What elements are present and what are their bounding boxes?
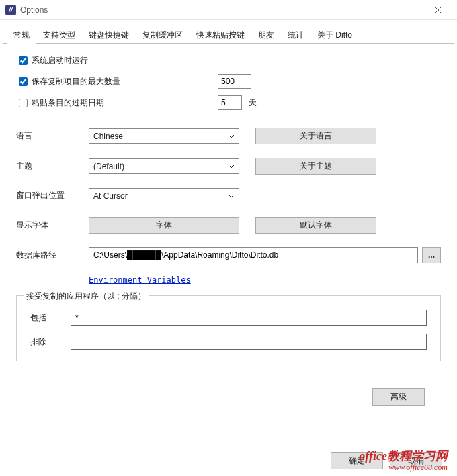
include-field[interactable] (71, 310, 427, 326)
tab-strip: 常规 支持类型 键盘快捷键 复制缓冲区 快速粘贴按键 朋友 统计 关于 Ditt… (3, 23, 454, 44)
popup-value: At Cursor (93, 191, 128, 201)
ok-button[interactable]: 确定 (331, 452, 383, 469)
db-browse-button[interactable]: ... (422, 247, 441, 263)
max-copies-checkbox[interactable]: 保存复制项目的最大数量 (16, 75, 218, 88)
language-label: 语言 (16, 130, 89, 142)
run-on-startup-label: 系统启动时运行 (32, 55, 88, 66)
titlebar: // Options (0, 0, 457, 20)
tab-friends[interactable]: 朋友 (251, 26, 281, 43)
tab-quick-paste[interactable]: 快速粘贴按键 (190, 26, 251, 43)
expire-days-field[interactable] (218, 95, 242, 110)
exclude-field[interactable] (71, 334, 427, 350)
theme-label: 主题 (16, 160, 89, 172)
tab-copy-buffers[interactable]: 复制缓冲区 (136, 26, 190, 43)
chevron-down-icon (228, 163, 235, 170)
tab-keyboard-shortcuts[interactable]: 键盘快捷键 (82, 26, 136, 43)
language-select[interactable]: Chinese (89, 128, 239, 144)
db-path-field[interactable] (89, 247, 418, 263)
include-label: 包括 (30, 312, 71, 324)
dialog-buttons: 确定 取消 (324, 452, 442, 469)
apps-group-title: 接受复制的应用程序（以 ; 分隔） (24, 291, 149, 302)
db-path-label: 数据库路径 (16, 250, 89, 261)
chevron-down-icon (228, 133, 235, 140)
advanced-button[interactable]: 高级 (372, 388, 425, 406)
tab-content-general: 系统启动时运行 保存复制项目的最大数量 粘贴条目的过期日期 天 语言 Chine… (0, 44, 457, 411)
close-button[interactable] (425, 1, 452, 19)
chevron-down-icon (228, 193, 235, 199)
exclude-label: 排除 (30, 336, 71, 348)
run-on-startup-checkbox[interactable]: 系统启动时运行 (16, 54, 88, 67)
window-title: Options (20, 5, 48, 15)
cancel-button[interactable]: 取消 (390, 452, 442, 469)
language-value: Chinese (93, 132, 123, 141)
tab-general[interactable]: 常规 (7, 26, 36, 44)
popup-select[interactable]: At Cursor (89, 188, 239, 203)
about-theme-button[interactable]: 关于主题 (255, 158, 376, 175)
theme-value: (Default) (93, 162, 124, 171)
apps-groupbox: 接受复制的应用程序（以 ; 分隔） 包括 排除 (16, 295, 441, 361)
expire-checkbox[interactable]: 粘贴条目的过期日期 (16, 97, 218, 109)
expire-label: 粘贴条目的过期日期 (32, 97, 104, 109)
close-icon (435, 7, 442, 13)
max-copies-input[interactable] (19, 77, 28, 86)
max-copies-field[interactable] (218, 74, 251, 89)
expire-input[interactable] (19, 99, 28, 107)
theme-select[interactable]: (Default) (89, 158, 239, 174)
expire-unit: 天 (249, 97, 257, 109)
popup-label: 窗口弹出位置 (16, 190, 89, 201)
environment-variables-link[interactable]: Environment Variables (89, 275, 191, 285)
max-copies-label: 保存复制项目的最大数量 (32, 76, 120, 87)
app-icon: // (5, 5, 16, 15)
about-language-button[interactable]: 关于语言 (255, 128, 376, 144)
font-label: 显示字体 (16, 220, 89, 231)
tab-stats[interactable]: 统计 (281, 26, 310, 43)
run-on-startup-input[interactable] (19, 56, 28, 65)
tab-supported-types[interactable]: 支持类型 (36, 26, 82, 43)
tab-about[interactable]: 关于 Ditto (310, 26, 359, 43)
default-font-button[interactable]: 默认字体 (255, 217, 376, 234)
font-button[interactable]: 字体 (89, 217, 239, 234)
